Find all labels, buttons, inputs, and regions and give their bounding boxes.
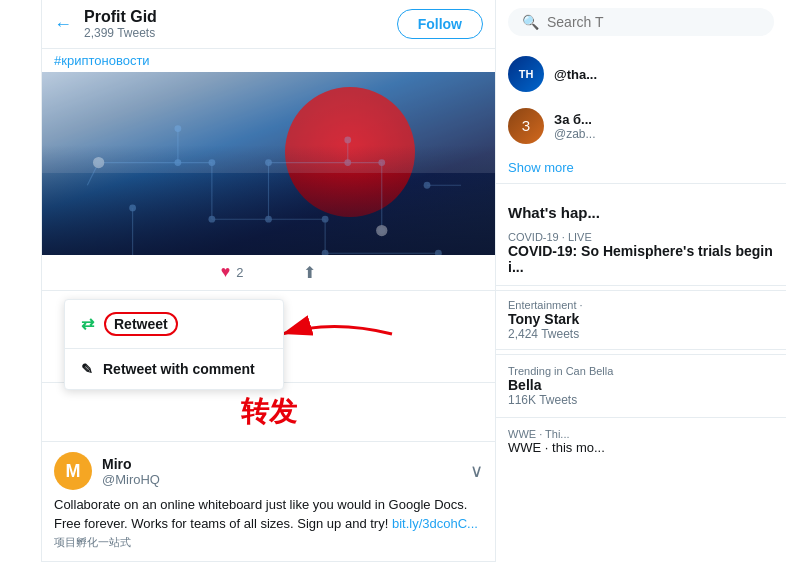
trend-item-tony[interactable]: Entertainment · Tony Stark 2,424 Tweets [496,290,786,350]
thalys-avatar-text: TH [519,68,534,80]
svg-point-27 [175,125,182,132]
retweet-menu-item-retweet[interactable]: ⇄ Retweet [65,300,283,349]
trend-item-bella[interactable]: Trending in Can Bella Bella 116K Tweets [496,359,786,413]
tony-name: Tony Stark [508,311,774,327]
follow-item-thalys: TH @tha... [496,48,786,100]
miro-tweet-text: Collaborate on an online whiteboard just… [54,496,483,551]
svg-point-25 [322,250,329,255]
tweet-image [42,72,495,255]
profile-tweets-count: 2,399 Tweets [84,26,397,40]
retweet-comment-label: Retweet with comment [103,361,255,377]
bella-name: Bella [508,377,774,393]
thalys-info: @tha... [554,67,774,82]
tony-count: 2,424 Tweets [508,327,774,341]
edit-icon: ✎ [81,361,93,377]
tweet-actions-bar: ♥ 2 ⬆ [42,255,495,291]
red-arrow [272,309,402,363]
right-sidebar: 🔍 TH @tha... З За б... @zab... Show more… [496,0,786,562]
left-sidebar [0,0,42,562]
like-action[interactable]: ♥ 2 [221,263,244,281]
divider-2 [496,354,786,355]
heart-icon: ♥ [221,263,231,281]
zhuanfa-text: 转发 [42,383,495,442]
covid-category: COVID-19 · LIVE [508,231,774,243]
zab-name: За б... [554,112,774,127]
main-content: ← Profit Gid 2,399 Tweets Follow #крипто… [42,0,496,562]
tweet-image-container [42,72,495,255]
svg-point-21 [265,216,272,223]
svg-point-22 [265,159,272,166]
retweet-dropdown-area: ⇄ Retweet ✎ Retweet with comment [42,291,495,384]
bella-category: Trending in Can Bella [508,365,774,377]
trend-item-covid[interactable]: COVID-19 · LIVE COVID-19: So Hemisphere'… [496,225,786,281]
miro-author-info: Miro @MiroHQ [102,456,460,487]
profile-name: Profit Gid [84,8,397,26]
svg-point-26 [435,250,442,255]
bella-count: 116K Tweets [508,393,774,407]
miro-author-name: Miro [102,456,460,472]
retweet-menu: ⇄ Retweet ✎ Retweet with comment [64,299,284,390]
follow-item-zab: З За б... @zab... [496,100,786,152]
svg-point-23 [378,159,385,166]
miro-avatar: M [54,452,92,490]
follow-button[interactable]: Follow [397,9,483,39]
trends-section: What's hap... COVID-19 · LIVE COVID-19: … [496,192,786,465]
thalys-avatar: TH [508,56,544,92]
svg-point-29 [344,137,351,144]
covid-topic: COVID-19: So Hemisphere's trials begin i… [508,243,774,275]
share-action[interactable]: ⬆ [303,263,316,282]
back-button[interactable]: ← [54,14,72,35]
svg-point-34 [376,225,387,236]
search-icon: 🔍 [522,14,539,30]
project-watermark: 项目孵化一站式 [54,536,131,548]
miro-tweet-link[interactable]: bit.ly/3dcohC... [392,516,478,531]
tony-category: Entertainment · [508,299,774,311]
miro-tweet-card: M Miro @MiroHQ ∨ Collaborate on an onlin… [42,442,495,562]
share-icon: ⬆ [303,263,316,282]
miro-author-handle: @MiroHQ [102,472,460,487]
search-input[interactable] [547,14,760,30]
svg-point-16 [208,216,215,223]
tweet-crypto-link[interactable]: #криптоновости [42,49,495,72]
circuit-svg [42,72,495,255]
show-more-button[interactable]: Show more [496,152,786,184]
divider-1 [496,285,786,286]
retweet-menu-item-comment[interactable]: ✎ Retweet with comment [65,349,283,389]
zab-info: За б... @zab... [554,112,774,141]
profile-info: Profit Gid 2,399 Tweets [84,8,397,40]
svg-point-17 [322,216,329,223]
wwe-text: WWE · this mo... [508,440,774,455]
wwe-category: WWE · Thi... [508,428,774,440]
divider-3 [496,417,786,418]
miro-tweet-header: M Miro @MiroHQ ∨ [54,452,483,490]
trend-item-wwe[interactable]: WWE · Thi... WWE · this mo... [496,422,786,461]
zab-handle: @zab... [554,127,774,141]
svg-point-18 [129,204,136,211]
likes-count: 2 [236,265,243,280]
svg-point-28 [175,159,182,166]
zab-avatar: З [508,108,544,144]
tweet-expand-button[interactable]: ∨ [470,460,483,482]
svg-point-31 [424,182,431,189]
thalys-name: @tha... [554,67,774,82]
whats-happening-title: What's hap... [496,196,786,225]
svg-point-32 [93,157,104,168]
profile-header: ← Profit Gid 2,399 Tweets Follow [42,0,495,49]
search-bar[interactable]: 🔍 [508,8,774,36]
retweet-icon: ⇄ [81,314,94,333]
svg-point-30 [344,159,351,166]
retweet-label: Retweet [104,312,178,336]
svg-point-15 [208,159,215,166]
zab-avatar-text: З [522,118,530,134]
